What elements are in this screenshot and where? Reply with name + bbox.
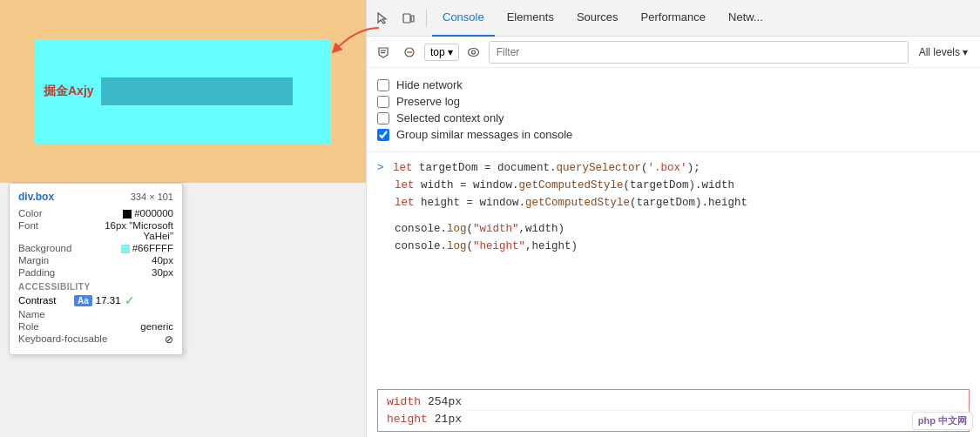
hide-network-checkbox[interactable] [377,79,389,91]
code-line-2: let width = window.getComputedStyle(targ… [395,177,970,194]
tab-bar: Console Elements Sources Performance Net… [367,0,980,37]
preserve-log-row: Preserve log [377,95,970,108]
contrast-value: 17.31 [96,295,121,306]
accessibility-title: ACCESSIBILITY [18,282,173,292]
log-level-selector[interactable]: All levels ▾ [912,46,975,58]
stop-recording-button[interactable] [398,41,421,64]
left-panel: 掘金Axjy div.box 334 × 101 Color #000000 [0,0,366,437]
output-section: width 254px height 21px php 中文网 [367,384,980,437]
tooltip-role-row: Role generic [18,321,173,332]
tab-sources[interactable]: Sources [566,0,629,37]
tab-divider [426,10,427,27]
aa-badge: Aa [74,295,92,306]
devtools-panel: Console Elements Sources Performance Net… [366,0,980,437]
output-width-val: 254px [428,395,462,408]
svg-rect-1 [403,14,410,23]
arrow-indicator [331,24,383,58]
chevron-down-icon: ▾ [448,46,453,58]
tooltip-contrast-row: Contrast Aa 17.31 ✓ [18,293,173,307]
demo-input [101,77,293,105]
preserve-log-label: Preserve log [396,95,460,108]
svg-point-8 [469,48,479,56]
color-swatch-cyan [121,245,130,253]
output-width-line: width 254px [387,393,960,411]
output-height-key: height [387,413,428,426]
prompt-icon: > [377,159,388,177]
console-output: > let targetDom = document.querySelector… [367,152,980,384]
svg-point-9 [472,50,476,54]
console-filter-input[interactable] [489,41,909,64]
output-height-line: height 21px [387,411,960,427]
chevron-down-icon: ▾ [963,46,968,58]
console-toolbar: top ▾ All levels ▾ [367,37,980,68]
group-similar-label: Group similar messages in console [396,128,572,141]
box-label: 掘金Axjy [44,84,94,99]
hide-network-row: Hide network [377,78,970,91]
tooltip-color-row: Color #000000 [18,208,173,218]
output-width-key: width [387,395,421,408]
console-output-box: width 254px height 21px [377,389,970,432]
code-line-5: console.log("height",height) [395,238,970,255]
tooltip-name-row: Name [18,309,173,319]
context-value: top [430,46,445,58]
check-icon: ✓ [125,293,135,307]
tooltip-element-name: div.box [18,191,54,203]
hide-network-label: Hide network [396,78,463,91]
preserve-log-checkbox[interactable] [377,96,389,108]
code-line-3: let height = window.getComputedStyle(tar… [395,194,970,212]
php-badge: php 中文网 [912,412,973,430]
code-line-4: console.log("width",width) [395,220,970,238]
demo-box: 掘金Axjy [35,39,331,144]
tooltip-font-row: Font 16px "Microsoft YaHei" [18,220,173,241]
selected-context-row: Selected context only [377,111,970,124]
selected-context-label: Selected context only [396,111,504,124]
tab-network[interactable]: Netw... [718,0,774,37]
tooltip-bg-row: Background #66FFFF [18,243,173,253]
context-selector[interactable]: top ▾ [424,44,459,61]
console-settings: Hide network Preserve log Selected conte… [367,68,980,152]
tab-performance[interactable]: Performance [631,0,716,37]
webpage-preview: 掘金Axjy [0,0,366,183]
device-toggle-icon[interactable] [396,6,421,30]
element-tooltip: div.box 334 × 101 Color #000000 Font 16p… [9,183,183,355]
group-similar-checkbox[interactable] [377,129,389,141]
group-similar-row: Group similar messages in console [377,128,970,141]
tooltip-size: 334 × 101 [131,192,173,202]
color-swatch-black [123,210,132,218]
selected-context-checkbox[interactable] [377,112,389,124]
output-height-val: 21px [435,413,462,426]
tab-console[interactable]: Console [432,0,495,37]
tab-elements[interactable]: Elements [497,0,564,37]
eye-icon[interactable] [463,41,485,64]
tooltip-margin-row: Margin 40px [18,255,173,266]
tooltip-kb-row: Keyboard-focusable ⊘ [18,333,173,346]
tooltip-padding-row: Padding 30px [18,267,173,278]
svg-rect-2 [411,16,414,22]
code-line-1: > let targetDom = document.querySelector… [377,159,970,177]
